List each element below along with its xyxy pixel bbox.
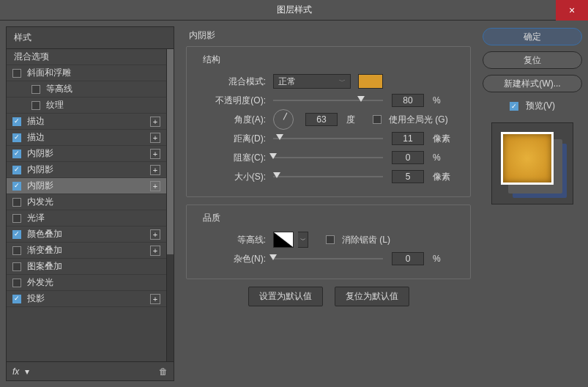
preview-thumbnail — [491, 122, 573, 204]
blend-mode-label: 混合模式: — [197, 75, 269, 88]
styles-footer: fx ▾ 🗑 — [7, 361, 174, 380]
window-title: 图层样式 — [277, 4, 312, 16]
style-row-2[interactable]: 纹理 — [7, 97, 166, 114]
style-label: 内发光 — [27, 196, 160, 208]
contour-label: 等高线: — [197, 234, 269, 246]
style-row-14[interactable]: 投影+ — [7, 291, 166, 307]
style-checkbox[interactable] — [12, 133, 21, 142]
styles-scrollbar[interactable] — [166, 49, 174, 361]
style-row-1[interactable]: 等高线 — [7, 81, 166, 97]
style-row-7[interactable]: 内阴影+ — [7, 178, 166, 194]
styles-panel: 样式 混合选项 斜面和浮雕等高线纹理描边+描边+内阴影+内阴影+内阴影+内发光光… — [6, 26, 174, 381]
set-default-button[interactable]: 设置为默认值 — [248, 287, 323, 306]
contour-swatch[interactable] — [273, 232, 294, 248]
style-label: 渐变叠加 — [27, 244, 150, 257]
settings-heading: 内阴影 — [186, 29, 471, 42]
cancel-button[interactable]: 复位 — [483, 51, 582, 69]
blend-options-row[interactable]: 混合选项 — [7, 49, 166, 65]
opacity-input[interactable]: 80 — [392, 94, 424, 107]
style-label: 内阴影 — [27, 147, 150, 160]
style-label: 纹理 — [46, 99, 160, 111]
add-effect-icon[interactable]: + — [150, 181, 160, 191]
style-checkbox[interactable] — [12, 198, 21, 207]
style-checkbox[interactable] — [12, 150, 21, 158]
choke-label: 阻塞(C): — [197, 152, 269, 164]
style-row-10[interactable]: 颜色叠加+ — [7, 226, 166, 243]
angle-label: 角度(A): — [197, 114, 269, 126]
antialias-checkbox[interactable] — [326, 235, 335, 244]
preview-label: 预览(V) — [526, 100, 555, 112]
noise-slider[interactable] — [273, 252, 383, 265]
style-row-5[interactable]: 内阴影+ — [7, 146, 166, 162]
add-effect-icon[interactable]: + — [150, 133, 160, 143]
color-swatch[interactable] — [358, 74, 383, 89]
size-input[interactable]: 5 — [392, 170, 424, 183]
title-bar: 图层样式 × — [0, 0, 588, 21]
style-checkbox[interactable] — [12, 117, 21, 126]
trash-icon[interactable]: 🗑 — [159, 366, 168, 377]
add-effect-icon[interactable]: + — [150, 117, 160, 127]
style-label: 投影 — [27, 292, 150, 305]
distance-slider[interactable] — [273, 132, 383, 145]
close-button[interactable]: × — [556, 0, 588, 21]
style-row-6[interactable]: 内阴影+ — [7, 162, 166, 178]
style-row-8[interactable]: 内发光 — [7, 194, 166, 210]
ok-button[interactable]: 确定 — [483, 28, 582, 45]
add-effect-icon[interactable]: + — [150, 165, 160, 175]
style-label: 光泽 — [27, 212, 160, 224]
style-row-3[interactable]: 描边+ — [7, 114, 166, 130]
style-checkbox[interactable] — [12, 182, 21, 191]
style-checkbox[interactable] — [12, 262, 21, 271]
style-row-9[interactable]: 光泽 — [7, 210, 166, 226]
styles-list: 混合选项 斜面和浮雕等高线纹理描边+描边+内阴影+内阴影+内阴影+内发光光泽颜色… — [7, 49, 166, 361]
angle-dial[interactable] — [273, 109, 294, 130]
style-row-0[interactable]: 斜面和浮雕 — [7, 65, 166, 81]
choke-input[interactable]: 0 — [392, 151, 424, 164]
style-label: 斜面和浮雕 — [27, 67, 160, 79]
choke-slider[interactable] — [273, 151, 383, 164]
right-panel: 确定 复位 新建样式(W)... 预览(V) — [483, 26, 582, 381]
reset-default-button[interactable]: 复位为默认值 — [335, 287, 409, 306]
opacity-slider[interactable] — [273, 94, 383, 107]
new-style-button[interactable]: 新建样式(W)... — [483, 75, 582, 92]
style-checkbox[interactable] — [12, 69, 21, 78]
styles-header: 样式 — [7, 27, 174, 49]
style-checkbox[interactable] — [12, 214, 21, 223]
style-row-4[interactable]: 描边+ — [7, 130, 166, 146]
style-row-11[interactable]: 渐变叠加+ — [7, 243, 166, 259]
style-checkbox[interactable] — [31, 101, 40, 110]
antialias-label: 消除锯齿 (L) — [342, 234, 390, 246]
add-effect-icon[interactable]: + — [150, 229, 160, 240]
blend-mode-select[interactable]: 正常 ﹀ — [273, 74, 351, 89]
quality-group: 品质 等高线: ﹀ 消除锯齿 (L) 杂色(N): 0 % — [186, 204, 471, 279]
chevron-down-icon: ﹀ — [339, 77, 346, 86]
style-checkbox[interactable] — [12, 295, 21, 303]
style-label: 外发光 — [27, 276, 160, 289]
add-effect-icon[interactable]: + — [150, 246, 160, 256]
style-checkbox[interactable] — [31, 85, 40, 94]
size-slider[interactable] — [273, 170, 383, 183]
preview-checkbox[interactable] — [510, 102, 518, 111]
style-checkbox[interactable] — [12, 246, 21, 255]
add-effect-icon[interactable]: + — [150, 294, 160, 304]
noise-input[interactable]: 0 — [392, 252, 424, 265]
chevron-down-icon[interactable]: ▾ — [25, 366, 29, 377]
style-label: 内阴影 — [27, 180, 150, 192]
global-light-checkbox[interactable] — [373, 115, 382, 124]
angle-input[interactable]: 63 — [305, 113, 338, 126]
style-checkbox[interactable] — [12, 166, 21, 174]
distance-label: 距离(D): — [197, 133, 269, 145]
style-checkbox[interactable] — [12, 230, 21, 239]
style-row-12[interactable]: 图案叠加 — [7, 259, 166, 275]
opacity-label: 不透明度(O): — [197, 95, 269, 107]
fx-icon[interactable]: fx — [12, 366, 19, 377]
style-label: 描边 — [27, 115, 150, 128]
style-row-13[interactable]: 外发光 — [7, 275, 166, 291]
settings-panel: 内阴影 结构 混合模式: 正常 ﹀ 不透明度(O): 80 % 角度(A): — [180, 26, 477, 381]
distance-input[interactable]: 11 — [392, 132, 424, 145]
style-label: 内阴影 — [27, 163, 150, 176]
style-checkbox[interactable] — [12, 279, 21, 287]
contour-dropdown[interactable]: ﹀ — [298, 232, 308, 248]
structure-group: 结构 混合模式: 正常 ﹀ 不透明度(O): 80 % 角度(A): 63 度 — [186, 46, 471, 197]
add-effect-icon[interactable]: + — [150, 149, 160, 159]
